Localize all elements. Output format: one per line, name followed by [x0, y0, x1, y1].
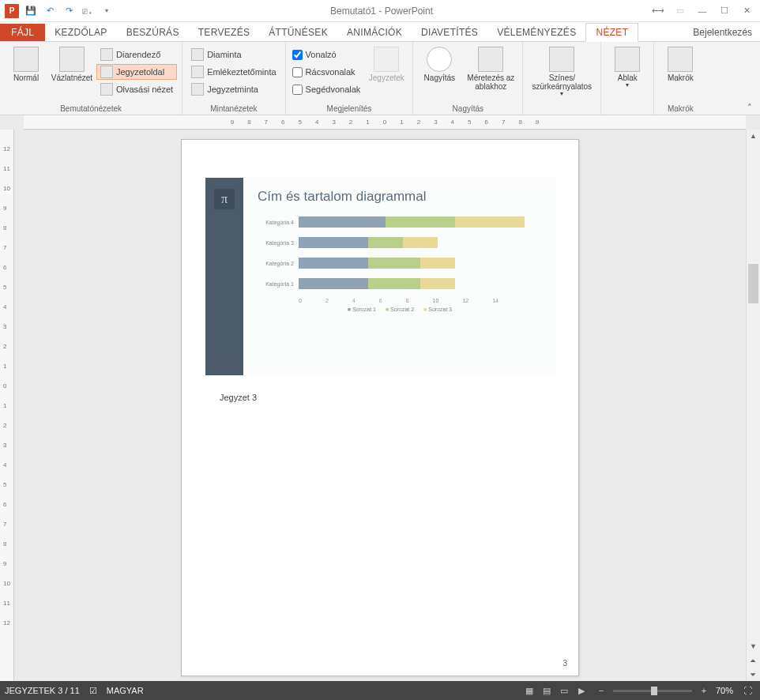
group-label — [528, 103, 596, 113]
slide-content: Cím és tartalom diagrammal Kategória 4Ka… — [243, 178, 556, 375]
sorter-view-icon[interactable]: ▤ — [539, 684, 555, 697]
undo-button[interactable]: ↶ — [41, 2, 58, 20]
tab-animations[interactable]: ANIMÁCIÓK — [337, 24, 412, 41]
app-icon[interactable]: P — [3, 2, 21, 20]
reading-view-icon[interactable]: ▭ — [556, 684, 572, 697]
tab-file[interactable]: FÁJL — [0, 24, 45, 41]
vertical-ruler: 1211109876543210123456789101112 — [0, 130, 14, 681]
minimize-button[interactable]: — — [692, 3, 713, 19]
language-indicator[interactable]: MAGYAR — [107, 686, 144, 695]
signin-link[interactable]: Bejelentkezés — [685, 24, 760, 41]
group-presentation-views: Normál Vázlatnézet Diarendező Jegyzetold… — [0, 42, 182, 115]
tab-review[interactable]: VÉLEMÉNYEZÉS — [487, 24, 585, 41]
window-controls: ⟷ ▭ — ☐ ✕ — [648, 3, 760, 19]
window-title: Bemutató1 - PowerPoint — [115, 6, 648, 17]
tab-insert[interactable]: BESZÚRÁS — [117, 24, 189, 41]
handout-master-button[interactable]: Emlékeztetőminta — [187, 64, 280, 80]
scroll-thumb[interactable] — [748, 264, 758, 303]
group-label: Megjelenítés — [291, 103, 408, 113]
group-label — [606, 103, 649, 113]
redo-button[interactable]: ↷ — [60, 2, 77, 20]
group-master-views: Diaminta Emlékeztetőminta Jegyzetminta M… — [182, 42, 285, 115]
fit-to-window-button[interactable]: Méretezés az ablakhoz — [464, 45, 517, 103]
group-label: Bemutatónézetek — [5, 103, 177, 113]
zoom-button[interactable]: Nagyítás — [418, 45, 461, 103]
slide-accent-strip: π — [205, 178, 243, 375]
quick-access-toolbar: P 💾 ↶ ↷ ⎚▾ ▾ — [0, 2, 115, 20]
group-show: Vonalzó Rácsvonalak Segédvonalak Jegyzet… — [286, 42, 414, 115]
vertical-scrollbar[interactable]: ▲ ▼ ⏶ ⏷ — [746, 130, 760, 681]
spellcheck-icon[interactable]: ☑ — [89, 686, 97, 696]
next-slide-button[interactable]: ⏷ — [747, 668, 760, 681]
zoom-out-button[interactable]: − — [596, 686, 607, 695]
guides-checkbox[interactable]: Segédvonalak — [291, 81, 363, 97]
group-color-grayscale: Színes/ szürkeárnyalatos▾ — [523, 42, 601, 115]
qat-customize-button[interactable]: ▾ — [98, 2, 115, 20]
group-label: Makrók — [659, 103, 702, 113]
group-window: Ablak▾ — [601, 42, 654, 115]
page-number: 3 — [562, 659, 567, 668]
tab-transitions[interactable]: ÁTTŰNÉSEK — [259, 24, 337, 41]
workspace: 9876543210123456789 12111098765432101234… — [0, 115, 760, 681]
tab-view[interactable]: NÉZET — [585, 23, 638, 42]
start-from-beginning-button[interactable]: ⎚▾ — [79, 2, 96, 20]
color-grayscale-button[interactable]: Színes/ szürkeárnyalatos▾ — [528, 45, 596, 103]
zoom-slider[interactable] — [613, 690, 692, 692]
notes-text[interactable]: Jegyzet 3 — [220, 393, 540, 402]
notes-page-button[interactable]: Jegyzetoldal — [96, 64, 177, 80]
reading-view-button[interactable]: Olvasási nézet — [96, 81, 177, 97]
notes-pane-button: Jegyzetek — [365, 45, 408, 103]
touch-mode-button[interactable]: ⟷ — [648, 3, 668, 19]
editing-canvas[interactable]: π Cím és tartalom diagrammal Kategória 4… — [14, 130, 746, 681]
group-label: Nagyítás — [418, 103, 517, 113]
statusbar: JEGYZETEK 3 / 11 ☑ MAGYAR ▦ ▤ ▭ ▶ − + 70… — [0, 681, 760, 700]
group-label: Mintanézetek — [187, 103, 280, 113]
chart: Kategória 4Kategória 3Kategória 2Kategór… — [258, 216, 542, 367]
slide-sorter-button[interactable]: Diarendező — [96, 47, 177, 62]
zoom-level[interactable]: 70% — [716, 686, 733, 695]
prev-slide-button[interactable]: ⏶ — [747, 654, 760, 667]
normal-view-button[interactable]: Normál — [5, 45, 47, 103]
slide-counter[interactable]: JEGYZETEK 3 / 11 — [5, 686, 80, 695]
tab-home[interactable]: KEZDŐLAP — [45, 24, 116, 41]
group-macros: Makrók Makrók — [654, 42, 706, 115]
ruler-checkbox[interactable]: Vonalzó — [291, 47, 363, 62]
window-button[interactable]: Ablak▾ — [606, 45, 649, 103]
slideshow-view-icon[interactable]: ▶ — [574, 684, 589, 697]
pi-icon: π — [214, 189, 235, 209]
save-button[interactable]: 💾 — [22, 2, 40, 20]
macros-button[interactable]: Makrók — [659, 45, 702, 103]
slide-title: Cím és tartalom diagrammal — [258, 189, 542, 205]
gridlines-checkbox[interactable]: Rácsvonalak — [291, 64, 363, 80]
notes-master-button[interactable]: Jegyzetminta — [187, 81, 280, 97]
maximize-button[interactable]: ☐ — [714, 3, 735, 19]
notes-page[interactable]: π Cím és tartalom diagrammal Kategória 4… — [181, 139, 579, 676]
slide-thumbnail[interactable]: π Cím és tartalom diagrammal Kategória 4… — [205, 178, 556, 375]
ribbon-tabs: FÁJL KEZDŐLAP BESZÚRÁS TERVEZÉS ÁTTŰNÉSE… — [0, 22, 760, 42]
zoom-in-button[interactable]: + — [698, 686, 709, 695]
collapse-ribbon-button[interactable]: ˄ — [743, 102, 757, 113]
fit-to-window-icon[interactable]: ⛶ — [739, 684, 755, 697]
scroll-down-button[interactable]: ▼ — [747, 640, 760, 653]
slide-master-button[interactable]: Diaminta — [187, 47, 280, 62]
tab-design[interactable]: TERVEZÉS — [189, 24, 260, 41]
titlebar: P 💾 ↶ ↷ ⎚▾ ▾ Bemutató1 - PowerPoint ⟷ ▭ … — [0, 0, 760, 22]
ribbon-options-button[interactable]: ▭ — [670, 3, 690, 19]
view-buttons: ▦ ▤ ▭ ▶ — [521, 684, 589, 697]
scroll-up-button[interactable]: ▲ — [747, 130, 760, 142]
horizontal-ruler: 9876543210123456789 — [24, 115, 746, 130]
tab-slideshow[interactable]: DIAVETÍTÉS — [412, 24, 487, 41]
close-button[interactable]: ✕ — [736, 3, 757, 19]
ribbon: Normál Vázlatnézet Diarendező Jegyzetold… — [0, 42, 760, 115]
group-zoom: Nagyítás Méretezés az ablakhoz Nagyítás — [413, 42, 523, 115]
outline-view-button[interactable]: Vázlatnézet — [51, 45, 93, 103]
normal-view-icon[interactable]: ▦ — [521, 684, 537, 697]
